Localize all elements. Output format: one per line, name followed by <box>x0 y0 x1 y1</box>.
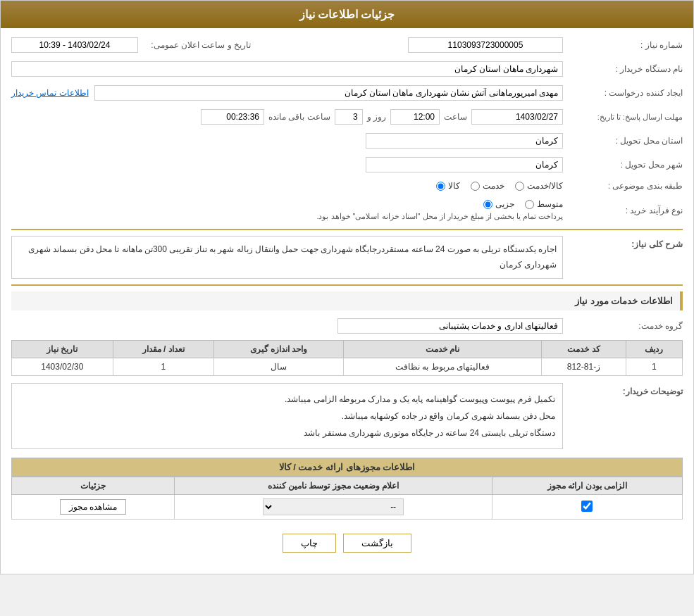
announce-date-input <box>11 37 138 53</box>
radio-kala[interactable]: کالا <box>436 181 460 191</box>
radio-motavasset-label: متوسط <box>537 199 563 209</box>
radio-kala-khadamat[interactable]: کالا/خدمت <box>515 181 563 191</box>
description-text: اجاره یکدستگاه تریلی به صورت 24 ساعته مس… <box>11 236 563 279</box>
print-button[interactable]: چاپ <box>283 534 336 553</box>
action-buttons: بازگشت چاپ <box>11 534 683 553</box>
group-input <box>337 318 563 334</box>
col-qty: تعداد / مقدار <box>113 341 213 358</box>
radio-jazzi[interactable]: جزیی <box>483 199 514 209</box>
buyer-notes-line2: محل دفن بسماند شهری کرمان واقع در جاده ک… <box>19 408 555 425</box>
services-section-title: اطلاعات خدمات مورد نیاز <box>11 291 683 310</box>
cell-unit: سال <box>213 358 343 376</box>
buyer-name-label: نام دستگاه خریدار : <box>563 64 683 74</box>
announce-date-label: تاریخ و ساعت اعلان عمومی: <box>138 40 251 50</box>
col-unit: واحد اندازه گیری <box>213 341 343 358</box>
col-code: کد خدمت <box>542 341 626 358</box>
cell-code: ز-81-812 <box>542 358 626 376</box>
col-date: تاریخ نیاز <box>12 341 113 358</box>
contact-link[interactable]: اطلاعات تماس خریدار <box>11 88 89 98</box>
required-checkbox[interactable] <box>581 501 593 512</box>
need-number-label: شماره نیاز : <box>563 40 683 50</box>
deadline-date <box>471 109 563 125</box>
permits-section-header: اطلاعات مجوزهای ارائه خدمت / کالا <box>11 458 683 477</box>
creator-label: ایجاد کننده درخواست : <box>563 88 683 98</box>
radio-jazzi-label: جزیی <box>495 199 514 209</box>
process-label: نوع فرآیند خرید : <box>563 206 683 215</box>
cell-date: 1403/02/30 <box>12 358 113 376</box>
cell-name: فعالیتهای مربوط به نظافت <box>343 358 541 376</box>
category-label: طبقه بندی موضوعی : <box>563 181 683 191</box>
province-input <box>366 133 563 149</box>
countdown-label: ساعت باقی مانده <box>268 112 330 122</box>
radio-khadamat[interactable]: خدمت <box>471 181 504 191</box>
description-label: شرح کلی نیاز: <box>563 236 683 249</box>
permits-col-detail: جزئیات <box>12 477 175 495</box>
cell-qty: 1 <box>113 358 213 376</box>
buyer-notes-label: توضیحات خریدار: <box>563 383 683 396</box>
permits-row: -- مشاهده مجوز <box>12 495 683 520</box>
view-permit-button[interactable]: مشاهده مجوز <box>60 499 126 515</box>
radio-kala-khadamat-label: کالا/خدمت <box>527 181 563 191</box>
buyer-notes-line3: دستگاه تریلی بایستی 24 ساعته در جایگاه م… <box>19 425 555 441</box>
group-label: گروه خدمت: <box>563 321 683 331</box>
permits-table: الزامی بودن ارائه مجوز اعلام وضعیت مجوز … <box>11 477 683 520</box>
need-number-input <box>408 37 563 53</box>
city-input <box>366 157 563 172</box>
page-title: جزئیات اطلاعات نیاز <box>299 8 395 20</box>
permits-cell-required <box>492 495 682 520</box>
cell-row: 1 <box>626 358 682 376</box>
radio-kala-label: کالا <box>448 181 460 191</box>
day-label: روز و <box>367 112 386 122</box>
response-deadline-label: مهلت ارسال پاسخ: تا تاریخ: <box>563 113 683 122</box>
process-note: پرداخت تمام یا بخشی از مبلغ خریدار از مح… <box>316 212 563 221</box>
back-button[interactable]: بازگشت <box>343 534 411 553</box>
deadline-day <box>335 109 363 125</box>
permits-col-required: الزامی بودن ارائه مجوز <box>492 477 682 495</box>
permits-col-status: اعلام وضعیت مجوز توسط نامین کننده <box>175 477 492 495</box>
services-table: ردیف کد خدمت نام خدمت واحد اندازه گیری ت… <box>11 340 683 376</box>
province-label: استان محل تحویل : <box>563 136 683 146</box>
creator-input <box>94 85 563 101</box>
countdown-value <box>201 109 264 125</box>
status-select[interactable]: -- <box>263 498 404 515</box>
deadline-time <box>390 109 440 125</box>
col-name: نام خدمت <box>343 341 541 358</box>
permits-cell-status: -- <box>175 495 492 520</box>
buyer-notes-text: تکمیل فرم پیوست وپیوست گواهینامه پایه یک… <box>11 383 563 449</box>
col-row: ردیف <box>626 341 682 358</box>
buyer-name-input <box>11 61 563 77</box>
city-label: شهر محل تحویل : <box>563 160 683 170</box>
page-header: جزئیات اطلاعات نیاز <box>1 1 693 28</box>
radio-motavasset[interactable]: متوسط <box>525 199 563 209</box>
permits-cell-detail: مشاهده مجوز <box>12 495 175 520</box>
table-row: 1 ز-81-812 فعالیتهای مربوط به نظافت سال … <box>12 358 683 376</box>
buyer-notes-line1: تکمیل فرم پیوست وپیوست گواهینامه پایه یک… <box>19 391 555 408</box>
radio-khadamat-label: خدمت <box>483 181 504 191</box>
time-label: ساعت <box>444 112 467 122</box>
